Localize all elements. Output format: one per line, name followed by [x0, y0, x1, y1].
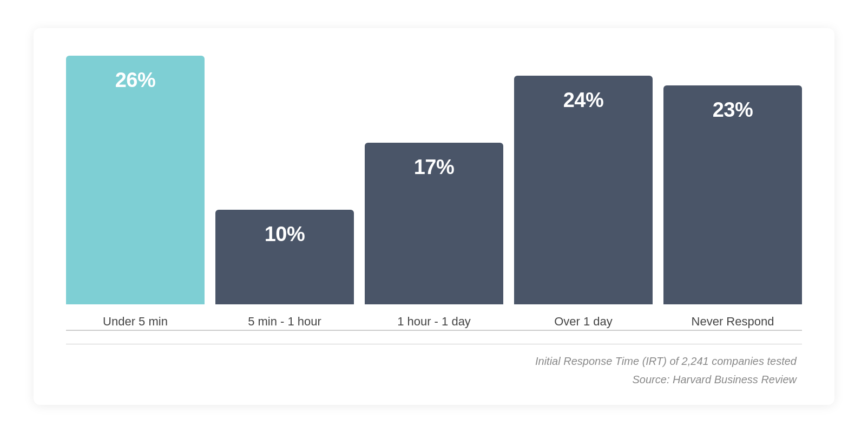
chart-container: 26%Under 5 min10%5 min - 1 hour17%1 hour…: [34, 28, 834, 405]
bar-value-never-respond: 23%: [713, 98, 753, 122]
bar-value-5min-1hour: 10%: [265, 223, 305, 246]
bar-group-1hour-1day: 17%1 hour - 1 day: [365, 50, 503, 330]
footnotes: Initial Response Time (IRT) of 2,241 com…: [66, 352, 802, 389]
x-label-under-5-min: Under 5 min: [103, 314, 168, 330]
x-label-1hour-1day: 1 hour - 1 day: [397, 314, 471, 330]
chart-baseline: [66, 330, 802, 331]
bar-over-1-day: 24%: [514, 76, 653, 304]
bar-never-respond: 23%: [663, 85, 802, 304]
footnote-2: Source: Harvard Business Review: [66, 370, 797, 389]
footnote-1: Initial Response Time (IRT) of 2,241 com…: [66, 352, 797, 370]
x-label-never-respond: Never Respond: [692, 314, 774, 330]
bar-value-1hour-1day: 17%: [414, 156, 455, 179]
bar-value-over-1-day: 24%: [563, 89, 604, 112]
bar-group-over-1-day: 24%Over 1 day: [514, 50, 653, 330]
x-label-5min-1hour: 5 min - 1 hour: [248, 314, 321, 330]
bar-group-5min-1hour: 10%5 min - 1 hour: [215, 50, 354, 330]
bar-value-under-5-min: 26%: [115, 69, 156, 92]
bar-group-never-respond: 23%Never Respond: [663, 50, 802, 330]
bar-5min-1hour: 10%: [215, 210, 354, 304]
x-label-over-1-day: Over 1 day: [554, 314, 613, 330]
chart-divider: [66, 344, 802, 344]
bar-group-under-5-min: 26%Under 5 min: [66, 50, 205, 330]
bar-under-5-min: 26%: [66, 56, 205, 304]
bar-chart: 26%Under 5 min10%5 min - 1 hour17%1 hour…: [66, 50, 802, 331]
bar-1hour-1day: 17%: [365, 143, 503, 304]
